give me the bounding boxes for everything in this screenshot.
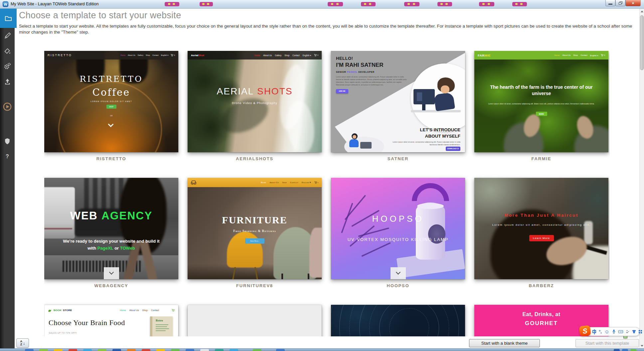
scroll-down-button xyxy=(104,267,119,279)
template-preview-furniturev8: Home About Us Shop Contact English ▾ 0 F… xyxy=(188,178,322,279)
template-preview-barberz: More Than Just A Haircut Lorem ipsum dol… xyxy=(474,178,608,279)
sidebar-item-edit[interactable] xyxy=(0,28,15,43)
scroll-up-arrow[interactable] xyxy=(640,9,644,14)
handwriting-icon[interactable] xyxy=(626,330,629,333)
paint-bucket-icon xyxy=(4,48,11,55)
template-preview-farmie: FARMIE Home About Us Shop Contact Englis… xyxy=(474,51,608,152)
template-caption: WEBAGENCY xyxy=(44,283,178,288)
template-preview-aerialshots: AerialShot Home About Us Gallery Shop Co… xyxy=(188,51,322,152)
template-preview-blank xyxy=(188,305,322,336)
template-preview-starry xyxy=(331,305,465,336)
template-card-satner[interactable]: HELLO! I'M RAHI SATNER SENIOR PAGEXL DEV… xyxy=(331,51,465,161)
minimize-button[interactable] xyxy=(605,0,615,6)
shield-icon xyxy=(4,138,10,145)
chevron-down-icon xyxy=(396,270,400,275)
restore-icon xyxy=(619,1,622,5)
cart-icon xyxy=(172,309,175,312)
close-icon: × xyxy=(632,1,634,6)
ime-toolbar[interactable]: °, ☺ xyxy=(585,327,640,336)
template-card-aerialshots[interactable]: AerialShot Home About Us Gallery Shop Co… xyxy=(188,51,322,161)
sidebar-item-theme[interactable] xyxy=(0,43,15,58)
sort-alphabetical-button[interactable]: AZ ↓ xyxy=(16,338,29,348)
template-caption: FARMIE xyxy=(474,156,608,161)
punctuation-icon[interactable]: °, xyxy=(599,329,602,334)
template-card-blank[interactable] xyxy=(188,305,322,336)
start-with-template-button[interactable]: Start with this template xyxy=(575,339,639,347)
microphone-icon[interactable] xyxy=(612,329,616,334)
template-card-webagency[interactable]: WEB AGENCY We're ready to design your we… xyxy=(44,178,178,288)
cart-icon: 0 xyxy=(601,54,605,57)
template-card-barberz[interactable]: More Than Just A Haircut Lorem ipsum dol… xyxy=(474,178,608,288)
keyboard-icon[interactable] xyxy=(618,330,623,333)
more-button: MORE xyxy=(536,112,547,116)
cart-icon: 0 xyxy=(314,54,318,57)
menu-grid-icon[interactable] xyxy=(639,330,642,333)
sidebar-item-preview[interactable] xyxy=(0,99,15,114)
sidebar-item-publish[interactable] xyxy=(0,74,15,89)
template-preview-ristretto: RISTRETTO Home About Us Gallery Shop Con… xyxy=(44,51,178,152)
help-icon: ? xyxy=(6,154,9,160)
template-card-ristretto[interactable]: RISTRETTO Home About Us Gallery Shop Con… xyxy=(44,51,178,161)
shop-button: SHOP xyxy=(106,105,116,109)
pencil-icon xyxy=(4,32,11,39)
sidebar: ? xyxy=(0,9,15,348)
sidebar-item-help[interactable]: ? xyxy=(0,149,15,164)
page-description: Select a template to start your website.… xyxy=(19,23,634,35)
chinese-mode-icon[interactable] xyxy=(592,330,596,333)
template-preview-bookstore: BOOKSTORE Home About Us Shop Contact Cho… xyxy=(44,305,178,336)
arrow-up-icon xyxy=(641,11,643,12)
learn-more-button: Learn More xyxy=(529,235,554,241)
upload-icon xyxy=(4,78,11,85)
template-card-farmie[interactable]: FARMIE Home About Us Shop Contact Englis… xyxy=(474,51,608,161)
arrow-down-icon xyxy=(641,345,643,347)
start-blank-theme-button[interactable]: Start with a blank theme xyxy=(469,339,540,347)
scrollbar-thumb[interactable] xyxy=(640,15,644,70)
taskbar[interactable] xyxy=(0,348,644,351)
emoji-icon[interactable]: ☺ xyxy=(604,329,609,334)
template-card-starry[interactable] xyxy=(331,305,465,336)
skin-icon[interactable] xyxy=(632,330,636,333)
book-cover: Retro xyxy=(150,316,173,336)
template-preview-satner: HELLO! I'M RAHI SATNER SENIOR PAGEXL DEV… xyxy=(331,51,465,152)
hire-me-button: HIRE ME xyxy=(336,89,348,93)
template-card-hoopso[interactable]: HOOPSO UV VORTEX MOSQUITO KILLING LAMP H… xyxy=(331,178,465,288)
page-title: Choose a template to start your website xyxy=(19,10,181,21)
armchair-logo-icon xyxy=(191,180,196,185)
bird-logo-icon xyxy=(48,308,52,312)
toweb-app-icon: W xyxy=(3,1,8,7)
template-caption: AERIALSHOTS xyxy=(188,156,322,161)
cart-icon: 0 xyxy=(171,54,175,57)
sort-arrow-icon: ↓ xyxy=(23,341,25,346)
template-preview-webagency: WEB AGENCY We're ready to design your we… xyxy=(44,178,178,279)
sidebar-item-protect[interactable] xyxy=(0,134,15,149)
folder-icon xyxy=(5,15,12,21)
app-window: W My Web Site - Lauyan TOWeb Standard Ed… xyxy=(0,0,644,351)
download-cv-button: DOWNLOAD CV xyxy=(446,147,460,151)
sidebar-item-templates[interactable] xyxy=(0,9,17,28)
cart-icon: 0 xyxy=(314,181,319,184)
template-caption: BARBERZ xyxy=(474,283,608,288)
sidebar-item-options[interactable] xyxy=(0,58,15,74)
vertical-scrollbar[interactable] xyxy=(639,9,644,348)
play-icon xyxy=(3,102,12,111)
scroll-down-arrow[interactable] xyxy=(640,343,644,348)
template-caption: FURNITUREV8 xyxy=(188,283,322,288)
scroll-down-button xyxy=(391,267,406,279)
shop-now-button: Shop Now › xyxy=(245,238,264,244)
template-caption: HOOPSO xyxy=(331,283,465,288)
template-card-furniturev8[interactable]: Home About Us Shop Contact English ▾ 0 F… xyxy=(188,178,322,288)
chevron-down-icon xyxy=(109,270,113,275)
gears-icon xyxy=(4,62,11,70)
template-card-bookstore[interactable]: BOOKSTORE Home About Us Shop Contact Cho… xyxy=(44,305,178,336)
template-preview-hoopso: HOOPSO UV VORTEX MOSQUITO KILLING LAMP xyxy=(331,178,465,279)
main-content: Choose a template to start your website … xyxy=(15,9,639,348)
minimize-icon xyxy=(608,4,612,5)
template-grid: RISTRETTO Home About Us Gallery Shop Con… xyxy=(44,51,610,336)
template-caption: SATNER xyxy=(331,156,465,161)
sort-az-icon: AZ xyxy=(20,340,23,346)
sogou-logo-icon[interactable]: S xyxy=(579,325,591,336)
restore-button[interactable] xyxy=(615,0,625,6)
close-button[interactable]: × xyxy=(625,0,641,6)
window-title: My Web Site - Lauyan TOWeb Standard Edit… xyxy=(11,2,99,6)
window-titlebar[interactable]: W My Web Site - Lauyan TOWeb Standard Ed… xyxy=(0,0,644,9)
